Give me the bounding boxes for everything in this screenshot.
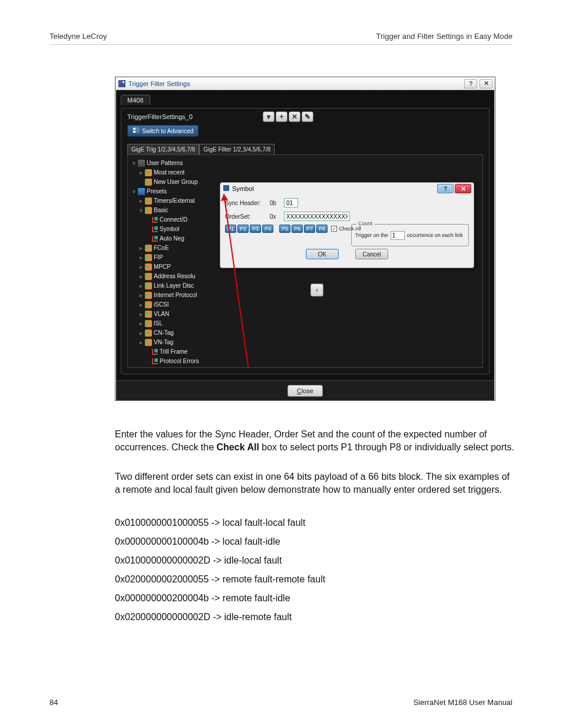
tree-mpcp[interactable]: ▹MPCP xyxy=(131,262,219,272)
folder-icon xyxy=(145,339,152,346)
folder-icon xyxy=(145,263,152,271)
switch-label: Switch to Advanced xyxy=(142,128,193,134)
symbol-dialog-title: Symbol xyxy=(232,185,254,192)
sync-header-label: Sync Header: xyxy=(225,200,265,206)
folder-icon xyxy=(145,292,152,299)
folder-icon xyxy=(145,179,152,186)
tree-most-recent[interactable]: ▹Most recent xyxy=(131,168,219,177)
switch-to-advanced-button[interactable]: Switch to Advanced xyxy=(127,125,199,137)
tree-timers[interactable]: ▹Timers/External xyxy=(131,196,219,206)
config-area: ▿User Patterns ▹Most recent New User Gro… xyxy=(127,154,483,368)
tree-ip[interactable]: ▹Internet Protocol xyxy=(131,291,219,300)
example-5: 0x000000000200004b -> remote fault-idle xyxy=(115,592,515,605)
check-all-checkbox[interactable]: ✓ xyxy=(331,226,337,232)
port-p8[interactable]: P8 xyxy=(316,225,328,233)
orderset-input[interactable] xyxy=(284,212,350,221)
paragraph-1: Enter the values for the Sync Header, Or… xyxy=(115,428,515,453)
example-2: 0x000000000100004b -> local fault-idle xyxy=(115,535,515,548)
symbol-dialog: Symbol ? ✕ Sync Header: 0b xyxy=(220,182,474,268)
edit-button[interactable]: ✎ xyxy=(302,111,313,122)
leaf-icon xyxy=(152,226,158,232)
tree-fip[interactable]: ▹FIP xyxy=(131,253,219,262)
folder-icon xyxy=(145,207,152,214)
port-p2[interactable]: P2 xyxy=(237,225,249,233)
folder-icon xyxy=(145,320,152,327)
close-button[interactable]: Close xyxy=(287,385,323,397)
tree-perr[interactable]: Protocol Errors xyxy=(131,357,219,366)
tree-connect[interactable]: Connect/D xyxy=(131,215,219,225)
doc-title: SierraNet M168 User Manual xyxy=(414,698,513,707)
tree-vntag[interactable]: ▹VN-Tag xyxy=(131,338,219,347)
window-footer: Close xyxy=(116,380,494,400)
trigger-filter-window: Trigger Filter Settings ? ✕ M408 Trigger… xyxy=(115,77,495,401)
tree-vlan[interactable]: ▹VLAN xyxy=(131,309,219,319)
preset-group-icon xyxy=(138,188,145,195)
port-p7[interactable]: P7 xyxy=(304,225,315,233)
folder-icon xyxy=(145,311,152,318)
tree-isl[interactable]: ▹ISL xyxy=(131,319,219,328)
tree-autoneg[interactable]: Auto Neg xyxy=(131,234,219,243)
tree-symbol[interactable]: Symbol xyxy=(131,225,219,234)
svg-rect-5 xyxy=(133,131,135,133)
example-3: 0x010000000000002D -> idle-local fault xyxy=(115,554,515,567)
example-4: 0x0200000002000055 -> remote fault-remot… xyxy=(115,573,515,586)
tree-fcoe[interactable]: ▹FCoE xyxy=(131,243,219,253)
header-left: Teledyne LeCroy xyxy=(49,32,107,41)
leaf-icon xyxy=(152,349,158,355)
tree-addr[interactable]: ▹Address Resolu xyxy=(131,272,219,281)
orderset-label: OrderSet: xyxy=(225,213,265,220)
sync-header-input[interactable] xyxy=(284,198,298,207)
tree-trill[interactable]: Trill Frame xyxy=(131,347,219,357)
count-group: Count Trigger on the occurrence on each … xyxy=(351,224,469,246)
count-input[interactable] xyxy=(391,231,405,240)
device-tab[interactable]: M408 xyxy=(121,95,150,105)
port-p4[interactable]: P4 xyxy=(262,225,273,233)
setting-toolbar: ▾ + ✕ ✎ xyxy=(263,111,313,122)
tree-user-patterns[interactable]: ▿User Patterns xyxy=(131,159,219,168)
setting-name-label: TriggerFilterSettings_0 xyxy=(127,113,193,120)
folder-icon xyxy=(145,169,152,176)
tab-filter[interactable]: GigE Filter 1/2,3/4,5/6,7/8 xyxy=(199,144,275,154)
leaf-icon xyxy=(152,217,158,223)
count-pre-label: Trigger on the xyxy=(355,232,388,238)
symbol-help-button[interactable]: ? xyxy=(437,184,454,193)
cancel-button[interactable]: Cancel xyxy=(355,249,388,259)
port-p3[interactable]: P3 xyxy=(250,225,261,233)
page-header: Teledyne LeCroy Trigger and Filter Setti… xyxy=(49,32,513,45)
pattern-group-icon xyxy=(138,160,145,167)
svg-rect-7 xyxy=(224,186,226,187)
pattern-tree: ▿User Patterns ▹Most recent New User Gro… xyxy=(131,159,219,366)
folder-icon xyxy=(145,197,152,205)
delete-button[interactable]: ✕ xyxy=(289,111,300,122)
ok-button[interactable]: OK xyxy=(306,249,339,259)
tree-new-user-group[interactable]: New User Group xyxy=(131,177,219,187)
settings-panel: TriggerFilterSettings_0 ▾ + ✕ ✎ Switch t… xyxy=(121,108,490,374)
help-button[interactable]: ? xyxy=(464,79,477,88)
tree-cntag[interactable]: ▹CN-Tag xyxy=(131,328,219,338)
window-title: Trigger Filter Settings xyxy=(128,80,190,87)
dropdown-button[interactable]: ▾ xyxy=(263,111,275,122)
tab-trig[interactable]: GigE Trig 1/2,3/4,5/6,7/8 xyxy=(127,144,199,154)
folder-icon xyxy=(145,301,152,308)
orderset-prefix: 0x xyxy=(270,213,279,220)
port-p5[interactable]: P5 xyxy=(279,225,290,233)
folder-icon xyxy=(145,254,152,261)
close-window-button[interactable]: ✕ xyxy=(480,79,492,88)
tree-lld[interactable]: ▹Link Layer Disc xyxy=(131,281,219,291)
folder-icon xyxy=(145,282,152,289)
port-p6[interactable]: P6 xyxy=(292,225,303,233)
window-body: M408 TriggerFilterSettings_0 ▾ + ✕ ✎ Swi… xyxy=(116,90,494,380)
paragraph-2: Two different order sets can exist in on… xyxy=(115,470,515,496)
tree-basic[interactable]: ▿Basic xyxy=(131,206,219,215)
tree-iscsi[interactable]: ▹iSCSI xyxy=(131,300,219,309)
symbol-close-button[interactable]: ✕ xyxy=(455,184,471,193)
example-1: 0x0100000001000055 -> local fault-local … xyxy=(115,516,515,529)
tree-presets[interactable]: ▿Presets xyxy=(131,187,219,196)
svg-rect-0 xyxy=(118,80,125,87)
add-button[interactable]: + xyxy=(276,111,287,122)
port-p1[interactable]: P1 xyxy=(225,225,236,233)
leaf-icon xyxy=(152,358,158,364)
collapse-tree-button[interactable]: ‹ xyxy=(310,284,323,297)
svg-rect-1 xyxy=(120,81,121,83)
symbol-dialog-titlebar: Symbol ? ✕ xyxy=(220,183,474,195)
